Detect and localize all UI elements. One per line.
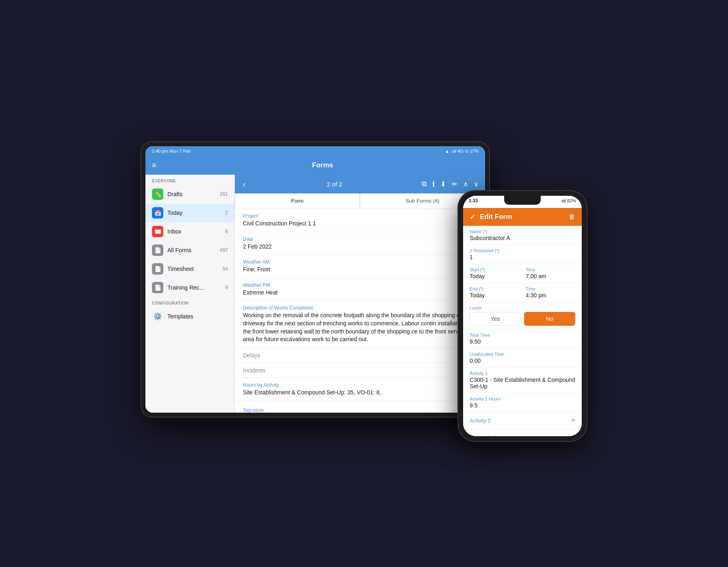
up-icon[interactable]: ∧ [463,180,468,188]
weather-pm-label: Weather PM [243,282,477,288]
phone-title: Edit Form [480,213,569,221]
phone-notch-area: 1:33 ail 62% [463,196,582,208]
training-icon: 📄 [152,282,163,293]
allforms-icon: 📄 [152,245,163,256]
name-value: Subcontractor A [470,235,575,241]
start-value: Today [470,273,519,279]
end-time-value: 4:30 pm [526,292,575,299]
sidebar-label-inbox: Inbox [167,228,221,235]
activity1-hours-value: 9.5 [470,402,575,409]
description-value: Working on the removal of the concrete f… [243,312,477,343]
form-tabs: Form Sub Forms (4) [235,193,485,209]
tab-form[interactable]: Form [235,193,360,209]
date-label: Date [243,236,477,242]
weather-pm-value: Extreme Heat [243,289,477,297]
copy-icon[interactable]: ⧉ [422,180,427,188]
description-label: Description of Works Completed [243,305,477,311]
activity2-hours-plus-icon: + [571,433,575,436]
end-row: End (*) Today Time 4:30 pm [470,286,575,299]
phone-field-activity1-hours: Activity 1 Hours 9.5 [463,393,582,412]
field-description: Description of Works Completed Working o… [235,301,485,348]
gear-icon: ⚙️ [152,311,163,322]
phone-notch [504,196,541,205]
start-col: Start (*) Today [470,267,519,279]
sidebar-label-today: Today [167,210,221,216]
total-time-label: Total Time [470,333,575,338]
activity2-label: Activity 2 [470,418,571,424]
field-weather-pm: Weather PM Extreme Heat [235,278,485,301]
sidebar-item-today[interactable]: 📅 Today 2 [145,203,234,222]
field-date: Date 2 Feb 2022 [235,232,485,255]
sidebar-badge-training: 9 [225,285,228,290]
tablet-content: EVERYONE ✏️ Drafts 261 📅 Today 2 ✉️ Inbo… [145,175,485,413]
field-hours: Hours by Activity Site Establishment & C… [235,378,485,401]
today-icon: 📅 [152,207,163,219]
download-icon[interactable]: ⬇ [440,180,446,188]
field-delays: Delays [235,348,485,363]
unallocated-value: 0.00 [470,357,575,364]
check-icon[interactable]: ✓ [470,212,476,221]
hours-value: Site Establishment & Compound Set-Up: 35… [243,389,477,397]
phone-time: 1:33 [469,198,478,203]
scene: 1:40 pm Mon 7 Feb ▲ .ull 4G ⊙ 17% ≡ Form… [141,125,587,442]
trash-icon[interactable]: 🗑 [569,213,575,221]
lunch-toggle: Yes No [470,312,575,326]
start-time-label: Time [526,267,575,272]
sidebar-item-training[interactable]: 📄 Training Rec... 9 [145,278,234,297]
tablet: 1:40 pm Mon 7 Feb ▲ .ull 4G ⊙ 17% ≡ Form… [141,141,490,418]
info-icon[interactable]: ℹ [432,180,435,188]
personnel-value: 1 [470,254,575,260]
end-label: End (*) [470,286,519,291]
activity2-plus-icon: + [571,416,575,425]
sidebar-label-drafts: Drafts [167,191,216,197]
sidebar-item-templates[interactable]: ⚙️ Templates [145,307,234,326]
phone-field-end: End (*) Today Time 4:30 pm [463,283,582,302]
sidebar-label-templates: Templates [167,313,228,320]
timesheet-icon: 📄 [152,263,163,275]
sidebar-badge-today: 2 [225,210,228,216]
field-project: Project Civil Construction Project 1.1 [235,209,485,232]
sidebar-item-inbox[interactable]: ✉️ Inbox 8 [145,222,234,241]
lunch-label: Lunch [470,305,575,310]
form-toolbar: ‹ 2 of 2 ⧉ ℹ ⬇ ✏ ∧ ∨ [235,175,485,193]
hours-label: Hours by Activity [243,382,477,388]
date-value: 2 Feb 2022 [243,243,477,251]
lunch-no-button[interactable]: No [524,312,575,326]
sidebar-section-config: CONFIGURATION [145,297,234,307]
down-icon[interactable]: ∨ [474,180,479,188]
toolbar-icons: ⧉ ℹ ⬇ ✏ ∧ ∨ [422,180,479,188]
sidebar-item-timesheet[interactable]: 📄 Timesheet 54 [145,260,234,278]
form-view: ‹ 2 of 2 ⧉ ℹ ⬇ ✏ ∧ ∨ Form [235,175,485,413]
project-value: Civil Construction Project 1.1 [243,220,477,228]
sidebar-item-drafts[interactable]: ✏️ Drafts 261 [145,185,234,203]
page-info: 2 of 2 [252,181,417,188]
project-label: Project [243,213,477,219]
phone-field-activity2-hours[interactable]: Activity 2 Hours + [463,429,582,436]
tablet-screen: 1:40 pm Mon 7 Feb ▲ .ull 4G ⊙ 17% ≡ Form… [145,146,485,413]
sidebar-badge-drafts: 261 [220,191,228,197]
tablet-app-toolbar: ≡ Forms [145,156,485,175]
activity1-label: Activity 1 [470,371,575,376]
lunch-yes-button[interactable]: Yes [470,312,521,326]
edit-icon[interactable]: ✏ [452,180,457,188]
tablet-signal: ▲ .ull 4G ⊙ 17% [445,149,479,154]
total-time-value: 9.50 [470,338,575,345]
start-row: Start (*) Today Time 7:00 am [470,267,575,279]
tablet-time: 1:40 pm Mon 7 Feb [152,149,191,154]
sidebar: EVERYONE ✏️ Drafts 261 📅 Today 2 ✉️ Inbo… [145,175,235,413]
phone-body: Name (*) Subcontractor A # Personnel (*)… [463,226,582,436]
field-incidents: Incidents [235,363,485,378]
back-button[interactable]: ‹ [241,179,247,190]
drafts-icon: ✏️ [152,188,163,200]
phone-toolbar: ✓ Edit Form 🗑 [463,208,582,226]
phone-field-start: Start (*) Today Time 7:00 am [463,264,582,283]
activity1-value: C300-1 - Site Establishment & Compound S… [470,377,575,390]
phone-field-unallocated: Unallocated Time 0.00 [463,348,582,368]
sidebar-label-timesheet: Timesheet [167,266,219,272]
start-time-value: 7:00 am [526,273,575,279]
hamburger-icon[interactable]: ≡ [152,161,162,170]
sidebar-section-everyone: EVERYONE [145,175,234,185]
weather-am-value: Fine, Frost [243,266,477,274]
sidebar-item-allforms[interactable]: 📄 All Forms 497 [145,241,234,260]
phone-field-activity2[interactable]: Activity 2 + [463,412,582,429]
